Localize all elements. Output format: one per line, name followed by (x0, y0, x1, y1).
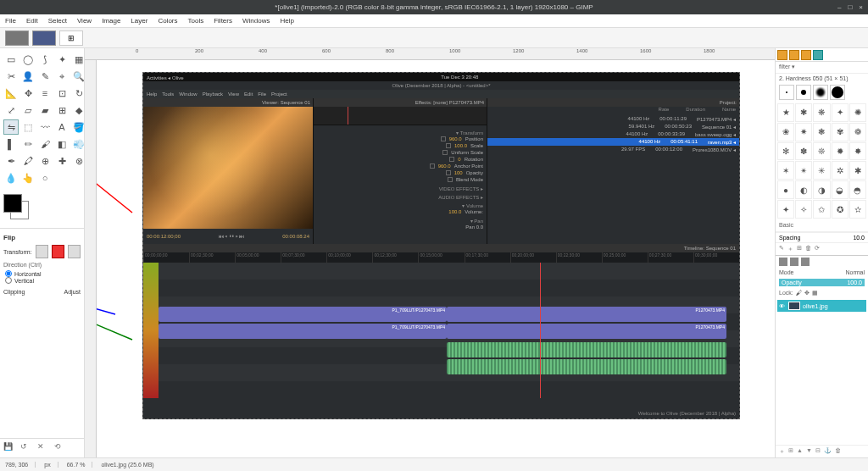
tool-ellipse-select-icon[interactable]: ◯ (20, 52, 36, 67)
tool-ink-icon[interactable]: ✒ (3, 153, 19, 169)
tool-clone-icon[interactable]: ⊕ (37, 153, 53, 169)
window-minimize-button[interactable]: – (837, 3, 841, 11)
tool-shear-icon[interactable]: ▱ (20, 103, 36, 118)
window-close-button[interactable]: × (859, 3, 863, 11)
tool-scale-icon[interactable]: ⤢ (3, 103, 19, 118)
tool-pencil-icon[interactable]: ✏ (20, 136, 36, 152)
menu-windows[interactable]: Windows (242, 17, 270, 25)
menu-file[interactable]: File (5, 17, 16, 25)
layer-name[interactable]: olive1.jpg (803, 303, 828, 309)
brush-filter-dropdown[interactable]: filter ▾ (776, 62, 868, 74)
window-maximize-button[interactable]: □ (848, 3, 852, 11)
tool-mypaint-icon[interactable]: 🖍 (20, 153, 36, 169)
brush-preview-icon[interactable] (813, 85, 828, 100)
tool-dodge-icon[interactable]: ○ (37, 170, 53, 186)
menu-help[interactable]: Help (280, 17, 293, 25)
brush-preview-icon[interactable] (796, 85, 811, 100)
image-tab-2[interactable] (32, 30, 56, 46)
edit-brush-icon[interactable]: ✎ (779, 245, 784, 253)
tool-measure-icon[interactable]: 📐 (3, 86, 19, 101)
lock-position-icon[interactable]: ✥ (804, 290, 810, 296)
tool-scissors-icon[interactable]: ✂ (3, 69, 19, 84)
del-layer-icon[interactable]: 🗑 (835, 447, 841, 456)
del-brush-icon[interactable]: 🗑 (805, 245, 811, 253)
tool-heal-icon[interactable]: ✚ (54, 153, 70, 169)
radio-vertical-input[interactable] (5, 277, 12, 284)
lock-pixels-icon[interactable]: 🖌 (796, 290, 802, 296)
direction-horizontal-radio[interactable]: Horizontal (5, 270, 81, 277)
tool-paths-icon[interactable]: ✎ (37, 69, 53, 84)
new-brush-icon[interactable]: ＋ (787, 245, 793, 253)
menu-filters[interactable]: Filters (214, 17, 232, 25)
tool-move-icon[interactable]: ✥ (20, 86, 36, 101)
tool-perspective-icon[interactable]: ▰ (37, 103, 53, 118)
tool-cage-icon[interactable]: ⬚ (20, 119, 36, 135)
fg-color-swatch[interactable] (3, 194, 22, 213)
save-preset-icon[interactable]: 💾 (3, 442, 15, 454)
lock-alpha-icon[interactable]: ▦ (812, 290, 818, 296)
layers-tab-icon[interactable] (779, 258, 787, 266)
dock-tab-fonts-icon[interactable] (801, 50, 811, 60)
tool-align-icon[interactable]: ≡ (37, 86, 53, 101)
anchor-layer-icon[interactable]: ⚓ (824, 447, 832, 456)
menu-tools[interactable]: Tools (188, 17, 204, 25)
zoom-level[interactable]: 66.7 % (67, 462, 93, 468)
channels-tab-icon[interactable] (790, 258, 798, 266)
tool-fuzzy-select-icon[interactable]: ✦ (54, 52, 70, 67)
blend-mode-row[interactable]: Mode Normal (776, 268, 868, 277)
image-tab-1[interactable] (5, 30, 29, 46)
tool-free-select-icon[interactable]: ⟆ (37, 52, 53, 67)
layer-visibility-icon[interactable]: 👁 (779, 303, 786, 309)
brush-group-dropdown[interactable]: Basic (776, 220, 868, 232)
tool-blur-icon[interactable]: 💧 (3, 170, 19, 186)
tool-unified-transform-icon[interactable]: ⊞ (54, 103, 70, 118)
dup-layer-icon[interactable]: ⊟ (815, 447, 821, 456)
menu-edit[interactable]: Edit (26, 17, 38, 25)
tool-smudge-icon[interactable]: 👆 (20, 170, 36, 186)
brushes-grid[interactable]: ★✱❋✦✺ ❀✷❃✾❁ ✻✽❊✹✸ ✶✴✳✲✱ ●◐◑◒◓ ✦✧✩✪✫ (776, 102, 868, 220)
brush-preview-icon[interactable] (830, 85, 845, 100)
tool-foreground-icon[interactable]: 👤 (20, 69, 36, 84)
transform-target-layer-icon[interactable] (36, 245, 48, 258)
direction-vertical-radio[interactable]: Vertical (5, 277, 81, 284)
refresh-brush-icon[interactable]: ⟳ (815, 245, 820, 253)
dock-tab-brushes-icon[interactable] (777, 50, 787, 60)
menu-view[interactable]: View (77, 17, 92, 25)
tool-text-icon[interactable]: A (54, 119, 70, 135)
reset-preset-icon[interactable]: ⟲ (54, 442, 66, 454)
unit-selector[interactable]: px (44, 462, 58, 468)
image-tab-config-icon[interactable]: ⊞ (59, 30, 83, 46)
menu-layer[interactable]: Layer (131, 17, 147, 25)
tool-color-picker-icon[interactable]: ⌖ (54, 69, 70, 84)
layer-row[interactable]: 👁 olive1.jpg (777, 300, 866, 312)
radio-horizontal-input[interactable] (5, 270, 12, 277)
restore-preset-icon[interactable]: ↺ (20, 442, 32, 454)
transform-target-selection-icon[interactable] (52, 245, 64, 258)
delete-preset-icon[interactable]: ✕ (37, 442, 49, 454)
transform-target-path-icon[interactable] (68, 245, 81, 258)
tool-gradient-icon[interactable]: ▌ (3, 136, 19, 152)
tool-paintbrush-icon[interactable]: 🖌 (37, 136, 53, 152)
layer-group-icon[interactable]: ⊞ (788, 447, 793, 456)
dock-tab-patterns-icon[interactable] (789, 50, 799, 60)
menu-colors[interactable]: Colors (158, 17, 177, 25)
paths-tab-icon[interactable] (801, 258, 810, 266)
brush-spacing-row[interactable]: Spacing 10.0 (776, 232, 868, 242)
menu-image[interactable]: Image (102, 17, 120, 25)
new-layer-icon[interactable]: ＋ (779, 447, 785, 456)
tool-warp-icon[interactable]: 〰 (37, 119, 53, 135)
opacity-slider[interactable]: Opacity 100.0 (779, 279, 865, 286)
raise-layer-icon[interactable]: ▲ (797, 447, 803, 456)
dup-brush-icon[interactable]: ⊞ (797, 245, 802, 253)
tool-crop-icon[interactable]: ⊡ (54, 86, 70, 101)
brush-preview-icon[interactable] (779, 85, 794, 100)
lower-layer-icon[interactable]: ▼ (806, 447, 812, 456)
dock-tab-history-icon[interactable] (813, 50, 823, 60)
color-swatches[interactable] (0, 189, 84, 228)
layer-list[interactable]: 👁 olive1.jpg (776, 298, 868, 445)
clipping-value[interactable]: Adjust (64, 289, 81, 295)
tool-flip-icon[interactable]: ⇋ (3, 119, 19, 135)
menu-select[interactable]: Select (48, 17, 67, 25)
tool-eraser-icon[interactable]: ◧ (54, 136, 70, 152)
canvas[interactable]: Activities ◂ Olive Tue Dec 3 20:48 Olive… (97, 60, 775, 457)
